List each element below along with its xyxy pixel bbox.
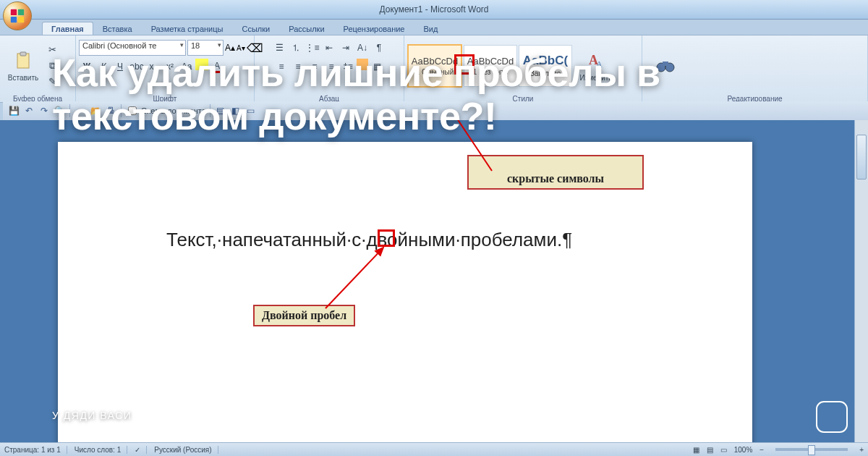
document-area[interactable]: Текст,·напечатанный·с·двойными·пробелами… (0, 120, 855, 443)
highlight-double-space (378, 229, 395, 247)
font-size-combo[interactable]: 18 (187, 40, 224, 56)
tab-home[interactable]: Главная (42, 22, 93, 35)
zoom-out-button[interactable]: − (760, 446, 764, 454)
document-schema-checkbox[interactable]: Схема документа (125, 104, 206, 117)
line-spacing-button[interactable]: ‡≡ (340, 59, 356, 75)
svg-rect-1 (18, 9, 24, 15)
tab-layout[interactable]: Разметка страницы (142, 22, 233, 35)
paste-button[interactable]: Вставить (3, 38, 43, 94)
preview-button[interactable]: 🔍 (53, 104, 66, 117)
callout-double-space: Двойной пробел (253, 305, 355, 326)
page: Текст,·напечатанный·с·двойными·пробелами… (58, 142, 752, 443)
align-right-button[interactable]: ≡ (307, 59, 323, 75)
view-read-button[interactable]: ▤ (707, 446, 713, 454)
qat-extra3[interactable]: ▭ (244, 104, 258, 117)
view-print-button[interactable]: ▦ (693, 446, 699, 454)
copy-button[interactable]: ⧉ (45, 59, 59, 73)
status-language[interactable]: Русский (Россия) (154, 446, 218, 454)
shading-button[interactable] (357, 59, 368, 70)
document-text[interactable]: Текст,·напечатанный·с·двойными·пробелами… (166, 229, 572, 251)
tab-review[interactable]: Рецензирование (334, 22, 414, 35)
highlight-button[interactable] (195, 59, 208, 70)
zoom-in-button[interactable]: + (859, 446, 864, 454)
multilevel-button[interactable]: ⋮≡ (305, 40, 320, 56)
style-heading1[interactable]: AaBbC( Заголово (519, 45, 572, 87)
svg-rect-2 (11, 17, 17, 22)
inc-indent-button[interactable]: ⇥ (338, 40, 354, 56)
bullets-button[interactable]: ☰ (271, 40, 287, 56)
qat-extra2[interactable]: ◧ (229, 104, 242, 117)
group-styles: AaBbCcDd 1 Обычный AaBbCcDd 1 Без инте A… (404, 35, 642, 104)
cut-button[interactable]: ✂ (45, 43, 59, 57)
svg-rect-5 (20, 52, 26, 56)
change-case-button[interactable]: Aa (179, 59, 195, 75)
paste-icon (12, 49, 35, 72)
window-title: Документ1 - Microsoft Word (379, 4, 488, 14)
title-bar: Документ1 - Microsoft Word (0, 0, 868, 20)
svg-text:A: A (596, 59, 603, 69)
zoom-slider[interactable] (775, 448, 848, 451)
subscript-button[interactable]: x₂ (145, 59, 161, 75)
highlight-pilcrow-button (454, 54, 475, 75)
vertical-scrollbar[interactable] (854, 120, 868, 443)
zoom-value[interactable]: 100% (734, 446, 753, 454)
show-marks-button[interactable]: ¶ (371, 40, 387, 56)
view-web-button[interactable]: ▭ (720, 446, 727, 454)
tab-insert[interactable]: Вставка (93, 22, 142, 35)
font-name-combo[interactable]: Calibri (Основной те (79, 40, 186, 56)
underline-button[interactable]: Ч (112, 59, 128, 75)
scroll-thumb[interactable] (856, 135, 867, 180)
dec-indent-button[interactable]: ⇤ (321, 40, 337, 56)
italic-button[interactable]: К (95, 59, 111, 75)
print-button[interactable]: 🖶 (104, 104, 117, 117)
qat-extra1[interactable]: ▤ (214, 104, 227, 117)
redo-button[interactable]: ↷ (38, 104, 51, 117)
font-color-button[interactable]: A (209, 59, 225, 75)
status-bar: Страница: 1 из 1 Число слов: 1 ✓ Русский… (0, 442, 868, 456)
bold-button[interactable]: Ж (79, 59, 95, 75)
tab-mailings[interactable]: Рассылки (279, 22, 333, 35)
group-editing: Редактирование (642, 35, 868, 104)
svg-line-12 (326, 248, 383, 308)
group-font: Calibri (Основной те 18 A▴ A▾ ⌫ Ж К Ч ab… (76, 35, 255, 104)
strike-button[interactable]: abc (129, 59, 145, 75)
ribbon: Вставить ✂ ⧉ ✎ Буфер обмена Calibri (Осн… (0, 35, 868, 103)
status-proof-icon[interactable]: ✓ (135, 446, 147, 454)
borders-button[interactable]: ▦ (369, 59, 385, 75)
numbering-button[interactable]: ⒈ (288, 40, 304, 56)
open-button[interactable]: 📂 (89, 104, 102, 117)
group-paragraph: ☰ ⒈ ⋮≡ ⇤ ⇥ A↓ ¶ ≡ ≡ ≡ ≡ ‡≡ ▦ Абзац (255, 35, 404, 104)
shrink-font-button[interactable]: A▾ (237, 44, 245, 52)
change-styles-icon: AA (584, 49, 608, 72)
callout-hidden-chars: x скрытые символы (467, 155, 644, 190)
format-painter-button[interactable]: ✎ (45, 75, 59, 89)
undo-button[interactable]: ↶ (22, 104, 35, 117)
grow-font-button[interactable]: A▴ (225, 43, 235, 53)
align-center-button[interactable]: ≡ (290, 59, 306, 75)
group-clipboard: Вставить ✂ ⧉ ✎ Буфер обмена (0, 35, 76, 104)
ribbon-tabs: Главная Вставка Разметка страницы Ссылки… (42, 19, 868, 35)
justify-button[interactable]: ≡ (323, 59, 339, 75)
new-button[interactable]: ▫ (74, 104, 87, 117)
sort-button[interactable]: A↓ (354, 40, 370, 56)
save-button[interactable]: 💾 (7, 104, 20, 117)
align-left-button[interactable]: ≡ (273, 59, 289, 75)
quick-access-toolbar: 💾 ↶ ↷ 🔍 ▫ 📂 🖶 Схема документа ▤ ◧ ▭ (3, 101, 868, 121)
change-styles-button[interactable]: AA Изменить (574, 38, 618, 94)
superscript-button[interactable]: x² (162, 59, 178, 75)
tab-view[interactable]: Вид (414, 22, 448, 35)
paste-label: Вставить (8, 74, 38, 82)
status-words[interactable]: Число слов: 1 (75, 446, 127, 454)
office-logo-icon (9, 8, 25, 24)
svg-rect-3 (18, 17, 24, 22)
status-page[interactable]: Страница: 1 из 1 (4, 446, 67, 454)
svg-rect-0 (11, 9, 17, 15)
office-button[interactable] (3, 1, 32, 30)
binoculars-icon (654, 54, 677, 77)
svg-rect-10 (663, 62, 668, 66)
find-button[interactable] (645, 38, 686, 94)
tab-references[interactable]: Ссылки (232, 22, 279, 35)
